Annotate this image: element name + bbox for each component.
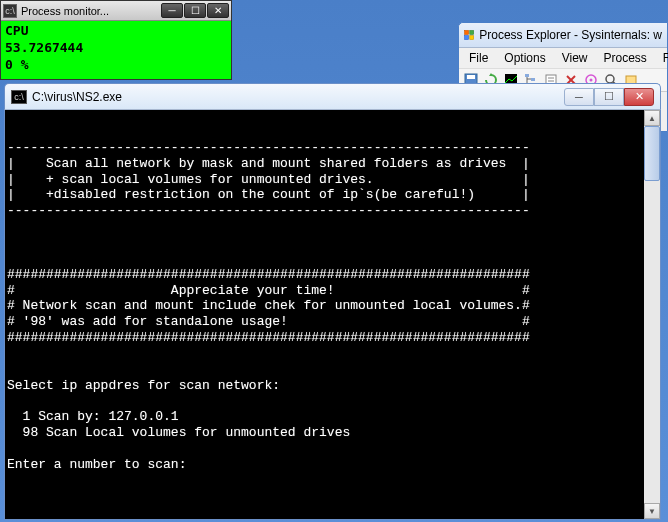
menu-options[interactable]: Options [496,49,553,67]
scroll-down-button[interactable]: ▼ [644,503,660,519]
process-explorer-icon [464,27,474,43]
svg-rect-8 [531,78,535,81]
console-window: c:\ C:\virus\NS2.exe ─ ☐ ✕ -------------… [4,83,661,520]
maximize-button[interactable]: ☐ [184,3,206,18]
svg-rect-2 [465,36,469,40]
svg-point-16 [590,79,593,82]
svg-rect-7 [525,74,529,77]
menu-view[interactable]: View [554,49,596,67]
procexp-titlebar[interactable]: Process Explorer - Sysinternals: w [459,23,667,48]
console-body: ----------------------------------------… [4,110,661,520]
scroll-up-button[interactable]: ▲ [644,110,660,126]
svg-point-17 [606,75,614,83]
menu-process[interactable]: Process [596,49,655,67]
svg-rect-1 [470,31,474,35]
procexp-title: Process Explorer - Sysinternals: w [479,28,662,42]
procmon-window-controls: ─ ☐ ✕ [161,3,229,18]
scroll-track[interactable] [644,126,660,503]
maximize-button[interactable]: ☐ [594,88,624,106]
terminal-icon: c:\ [3,4,17,18]
cpu-value: 53.7267444 [5,40,227,57]
close-button[interactable]: ✕ [624,88,654,106]
cmd-icon: c:\ [11,90,27,104]
minimize-button[interactable]: ─ [564,88,594,106]
svg-rect-0 [465,31,469,35]
cpu-percent: 0 % [5,57,227,74]
process-monitor-window: c:\ Process monitor... ─ ☐ ✕ CPU 53.7267… [0,0,232,80]
svg-rect-5 [467,75,475,79]
close-button[interactable]: ✕ [207,3,229,18]
scroll-thumb[interactable] [644,126,660,181]
console-title: C:\virus\NS2.exe [32,90,564,104]
minimize-button[interactable]: ─ [161,3,183,18]
cpu-label: CPU [5,23,227,40]
menu-find[interactable]: Fin [655,49,668,67]
procmon-title: Process monitor... [21,5,161,17]
console-titlebar[interactable]: c:\ C:\virus\NS2.exe ─ ☐ ✕ [4,83,661,110]
menu-file[interactable]: File [461,49,496,67]
console-window-controls: ─ ☐ ✕ [564,88,654,106]
scrollbar[interactable]: ▲ ▼ [644,110,660,519]
console-output[interactable]: ----------------------------------------… [5,110,644,519]
procmon-titlebar[interactable]: c:\ Process monitor... ─ ☐ ✕ [1,1,231,21]
procexp-menubar: File Options View Process Fin [459,48,667,68]
procmon-content: CPU 53.7267444 0 % [1,21,231,79]
svg-rect-3 [470,36,474,40]
